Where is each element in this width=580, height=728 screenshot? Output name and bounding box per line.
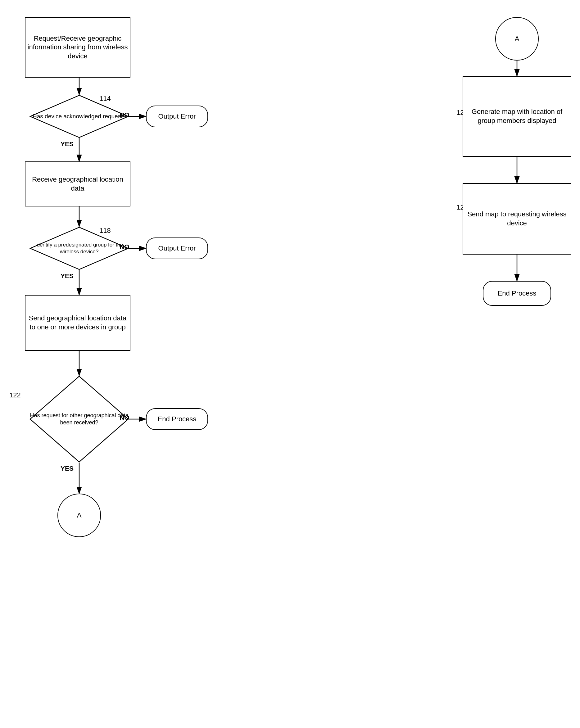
circle-a-bottom: A [57,494,101,537]
yes-label-3: YES [60,465,74,472]
start-rect: Request/Receive geographic information s… [25,17,130,78]
diamond-1: Has device acknowledged request? [29,95,129,138]
send-location-rect: Send geographical location data to one o… [25,295,130,351]
output-error-1: Output Error [146,106,208,127]
receive-rect: Receive geographical location data [25,161,130,206]
send-map-rect: Send map to requesting wireless device [463,183,571,255]
flowchart-container: 112 Request/Receive geographic informati… [0,0,580,728]
diamond-2: Identify a predesignated group for the w… [29,227,129,270]
no-label-2: NO [120,243,129,251]
yes-label-2: YES [60,272,74,280]
circle-a-top: A [495,17,539,60]
diamond-3: Has request for other geographical data … [29,375,129,463]
end-process-2: End Process [483,281,551,306]
generate-map-rect: Generate map with location of group memb… [463,76,571,157]
yes-label-1: YES [60,140,74,148]
output-error-2: Output Error [146,237,208,259]
end-process-1: End Process [146,408,208,430]
no-label-1: NO [120,111,129,119]
ref-122: 122 [9,391,21,399]
no-label-3: NO [120,414,129,421]
